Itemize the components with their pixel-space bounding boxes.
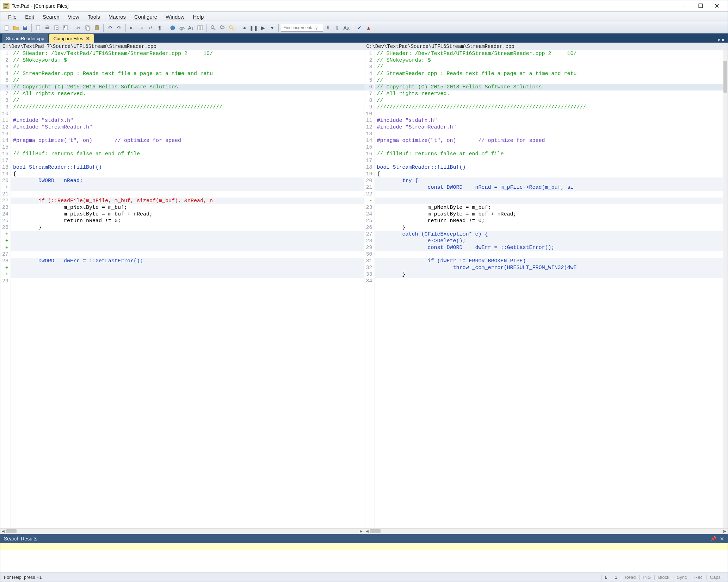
code-line[interactable]: // xyxy=(375,97,723,104)
search-results-body[interactable] xyxy=(0,543,728,572)
play-macro-icon[interactable]: ▶ xyxy=(259,24,267,32)
code-line[interactable]: m_pNextByte = m_buf; xyxy=(11,204,364,211)
code-line[interactable]: bool StreamReader::fillBuf() xyxy=(375,164,723,171)
code-line[interactable] xyxy=(375,111,723,117)
code-line[interactable]: { xyxy=(11,171,364,177)
code-line[interactable]: ////////////////////////////////////////… xyxy=(375,104,723,111)
code-line[interactable] xyxy=(11,251,364,258)
code-line[interactable] xyxy=(11,264,364,271)
code-line[interactable]: ////////////////////////////////////////… xyxy=(11,104,364,111)
vertical-scrollbar[interactable] xyxy=(723,50,728,528)
code-line[interactable]: #pragma optimize("t", on) // optimize fo… xyxy=(11,137,364,144)
tabbar-dropdown-icon[interactable]: ▾ xyxy=(718,38,720,43)
code-line[interactable]: } xyxy=(375,271,723,278)
match-case-icon[interactable]: Aa xyxy=(342,24,351,32)
redo-icon[interactable]: ↷ xyxy=(115,24,123,32)
web-icon[interactable] xyxy=(168,24,177,32)
search-results-header[interactable]: Search Results 📌 ✕ xyxy=(0,534,728,543)
code-line[interactable]: // xyxy=(375,77,723,84)
left-hscroll[interactable]: ◀ ▶ xyxy=(0,528,364,534)
code-line[interactable] xyxy=(375,251,723,258)
right-code-body[interactable]: 12345678910111213141516171819202122-2324… xyxy=(364,50,728,528)
copy-icon[interactable] xyxy=(84,24,92,32)
find-incremental-input[interactable]: Find incrementally xyxy=(281,24,323,32)
code-line[interactable] xyxy=(375,144,723,151)
code-line[interactable]: // All rights reserved. xyxy=(11,90,364,97)
tab-compare-files[interactable]: Compare Files ✕ xyxy=(49,34,94,43)
save-icon[interactable] xyxy=(21,24,29,32)
code-line[interactable]: #include "StreamReader.h" xyxy=(375,124,723,131)
print-icon[interactable] xyxy=(43,24,51,32)
find-next-icon[interactable] xyxy=(218,24,227,32)
code-line[interactable]: // xyxy=(11,97,364,104)
code-line[interactable]: #include "stdafx.h" xyxy=(375,117,723,124)
paste-icon[interactable] xyxy=(93,24,101,32)
record-macro-icon[interactable]: ● xyxy=(240,24,249,32)
document-icon[interactable] xyxy=(34,24,42,32)
code-line[interactable] xyxy=(11,271,364,278)
right-hscroll[interactable]: ◀ ▶ xyxy=(364,528,728,534)
code-line[interactable]: { xyxy=(375,171,723,177)
cut-icon[interactable]: ✂ xyxy=(74,24,83,32)
menu-macros[interactable]: Macros xyxy=(104,12,130,21)
code-line[interactable]: // StreamReader.cpp : Reads text file a … xyxy=(375,70,723,77)
maximize-button[interactable]: ☐ xyxy=(692,1,709,11)
code-line[interactable] xyxy=(375,157,723,164)
code-line[interactable]: } xyxy=(375,224,723,231)
spellcheck-icon[interactable]: ABC xyxy=(178,24,186,32)
code-line[interactable]: return nRead != 0; xyxy=(11,218,364,224)
sort-icon[interactable]: A↓ xyxy=(187,24,195,32)
indent-right-icon[interactable]: ⇥ xyxy=(137,24,146,32)
menu-edit[interactable]: Edit xyxy=(21,12,38,21)
code-line[interactable]: // Copyright (C) 2015-2016 Helios Softwa… xyxy=(11,84,364,90)
code-line[interactable]: // fillBuf: returns false at end of file xyxy=(375,151,723,157)
find-up-icon[interactable]: ⇧ xyxy=(333,24,341,32)
undo-icon[interactable]: ↶ xyxy=(106,24,114,32)
code-line[interactable]: return nRead != 0; xyxy=(375,218,723,224)
pin-icon[interactable]: 📌 xyxy=(710,536,716,542)
code-line[interactable]: DWORD nRead; xyxy=(11,177,364,184)
open-file-icon[interactable] xyxy=(12,24,20,32)
code-line[interactable] xyxy=(11,191,364,198)
menu-file[interactable]: File xyxy=(4,12,21,21)
code-line[interactable]: // Copyright (C) 2015-2018 Helios Softwa… xyxy=(375,84,723,90)
code-line[interactable]: const DWORD dwErr = ::GetLastError(); xyxy=(375,244,723,251)
code-line[interactable] xyxy=(11,244,364,251)
code-line[interactable] xyxy=(375,278,723,284)
menu-tools[interactable]: Tools xyxy=(84,12,104,21)
up-caret-icon[interactable]: ▲ xyxy=(364,24,373,32)
code-line[interactable]: // $Header: /Dev/TextPad/UTF16Stream/Str… xyxy=(11,50,364,57)
code-line[interactable]: catch (CFileException* e) { xyxy=(375,231,723,238)
properties-icon[interactable] xyxy=(61,24,70,32)
code-line[interactable]: // $Nokeywords: $ xyxy=(11,57,364,64)
code-line[interactable]: DWORD dwErr = ::GetLastError(); xyxy=(11,258,364,264)
find-icon[interactable] xyxy=(209,24,217,32)
toolbar-overflow-icon[interactable]: ▾ xyxy=(268,24,276,32)
code-line[interactable]: // fillBuf: returns false at end of file xyxy=(11,151,364,157)
check-icon[interactable]: ✔ xyxy=(355,24,364,32)
code-line[interactable]: #include "stdafx.h" xyxy=(11,117,364,124)
find-down-icon[interactable]: ⇩ xyxy=(324,24,332,32)
code-line[interactable] xyxy=(11,231,364,238)
show-paragraph-icon[interactable]: ¶ xyxy=(155,24,164,32)
code-line[interactable]: // $Nokeywords: $ xyxy=(375,57,723,64)
code-line[interactable]: m_pNextByte = m_buf; xyxy=(375,204,723,211)
code-line[interactable]: } xyxy=(11,224,364,231)
code-line[interactable] xyxy=(11,144,364,151)
code-line[interactable]: const DWORD nRead = m_pFile->Read(m_buf,… xyxy=(375,184,723,191)
menu-help[interactable]: Help xyxy=(189,12,208,21)
code-line[interactable]: #include "StreamReader.h" xyxy=(11,124,364,131)
code-line[interactable] xyxy=(11,111,364,117)
close-button[interactable]: ✕ xyxy=(709,1,725,11)
compare-icon[interactable] xyxy=(196,24,204,32)
code-line[interactable] xyxy=(11,131,364,137)
code-line[interactable]: m_pLastByte = m_buf + nRead; xyxy=(11,211,364,218)
minimize-button[interactable]: ─ xyxy=(676,1,692,11)
tab-streamreader[interactable]: StreamReader.cpp xyxy=(2,34,48,43)
new-file-icon[interactable] xyxy=(2,24,11,32)
code-line[interactable]: // All rights reserved. xyxy=(375,90,723,97)
code-line[interactable]: e->Delete(); xyxy=(375,238,723,244)
code-line[interactable] xyxy=(375,131,723,137)
tab-close-icon[interactable]: ✕ xyxy=(86,36,90,41)
code-line[interactable]: throw _com_error(HRESULT_FROM_WIN32(dwE xyxy=(375,264,723,271)
